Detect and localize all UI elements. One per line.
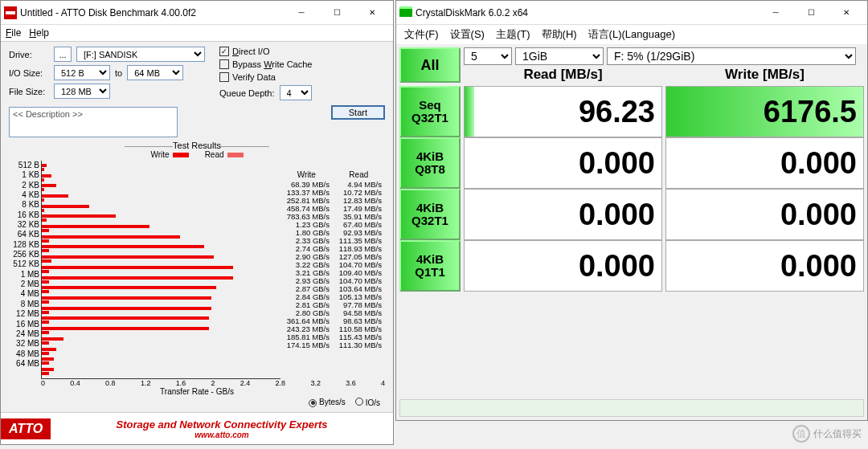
cdm-drive-select[interactable]: F: 5% (1/29GiB)	[607, 47, 856, 65]
atto-logo: ATTO	[1, 418, 51, 439]
x-tick: 3.2	[310, 379, 321, 387]
filesize-label: File Size:	[9, 87, 49, 96]
io-to-select[interactable]: 64 MB	[127, 65, 183, 80]
drive-select[interactable]: [F:] SANDISK	[76, 47, 205, 62]
y-tick: 128 KB	[9, 240, 39, 249]
bar-row	[42, 337, 280, 345]
atto-slogan[interactable]: Storage and Network Connectivity Experts…	[51, 418, 393, 439]
bar-row	[42, 184, 280, 191]
y-tick: 8 MB	[9, 300, 39, 308]
io-radio[interactable]: IO/s	[355, 398, 380, 407]
x-tick: 1.2	[141, 379, 151, 387]
svg-rect-2	[399, 9, 412, 17]
cdm-size-select[interactable]: 1GiB	[515, 47, 604, 65]
y-tick: 2 KB	[9, 181, 39, 190]
x-tick: 2	[211, 379, 215, 387]
cdm-menu-language[interactable]: 语言(L)(Language)	[588, 27, 675, 42]
maximize-button[interactable]: ☐	[319, 2, 354, 24]
x-tick: 0.8	[105, 379, 116, 387]
bar-row	[42, 286, 280, 293]
cdm-all-button[interactable]: All	[399, 47, 461, 83]
cdm-menu-file[interactable]: 文件(F)	[404, 27, 439, 42]
y-tick: 4 KB	[9, 190, 39, 199]
y-tick: 24 MB	[9, 329, 39, 338]
cdm-test-row: SeqQ32T1 96.23 6176.5	[399, 86, 864, 137]
directio-label: Direct I/O	[232, 47, 269, 56]
cdm-test-row: 4KiBQ1T1 0.000 0.000	[399, 240, 864, 292]
close-button[interactable]: ✕	[354, 2, 390, 24]
verify-checkbox[interactable]	[219, 72, 229, 82]
cdm-test-button-2[interactable]: 4KiBQ32T1	[399, 189, 461, 240]
bar-row	[42, 225, 280, 232]
x-tick: 4	[381, 379, 385, 387]
filesize-select[interactable]: 128 MB	[54, 84, 110, 99]
cdm-status-bar	[399, 399, 864, 417]
menu-help[interactable]: Help	[29, 27, 49, 39]
x-tick: 3.6	[346, 379, 356, 387]
cdm-menu-settings[interactable]: 设置(S)	[450, 27, 485, 42]
description-field[interactable]: << Description >>	[9, 107, 178, 137]
cdm-read-value-0: 96.23	[464, 86, 662, 137]
legend-write-swatch	[173, 153, 189, 157]
drive-label: Drive:	[9, 50, 49, 59]
qdepth-select[interactable]: 4	[280, 85, 312, 100]
results-table: WriteRead 68.39 MB/s4.94 MB/s133.37 MB/s…	[280, 161, 385, 379]
directio-checkbox[interactable]: ✓	[219, 47, 229, 56]
x-tick: 2.8	[276, 379, 286, 387]
atto-titlebar[interactable]: Untitled - ATTO Disk Benchmark 4.00.0f2 …	[1, 1, 393, 25]
cdm-read-value-1: 0.000	[464, 137, 662, 189]
atto-window: Untitled - ATTO Disk Benchmark 4.00.0f2 …	[0, 0, 394, 445]
cdm-read-header: Read [MB/s]	[464, 67, 662, 83]
bypass-checkbox[interactable]	[219, 59, 229, 69]
y-tick: 48 MB	[9, 349, 39, 358]
cdm-test-button-0[interactable]: SeqQ32T1	[399, 86, 461, 137]
cdm-titlebar[interactable]: CrystalDiskMark 6.0.2 x64 ─ ☐ ✕	[396, 1, 867, 25]
minimize-button[interactable]: ─	[284, 2, 319, 24]
bar-row	[42, 266, 280, 273]
cdm-read-value-2: 0.000	[464, 189, 662, 240]
bytes-radio[interactable]: Bytes/s	[309, 398, 346, 407]
cdm-test-row: 4KiBQ32T1 0.000 0.000	[399, 189, 864, 240]
verify-label: Verify Data	[232, 72, 276, 82]
cdm-close-button[interactable]: ✕	[829, 2, 864, 24]
qdepth-label: Queue Depth:	[219, 88, 275, 98]
cdm-test-button-3[interactable]: 4KiBQ1T1	[399, 240, 461, 292]
cdm-menu-theme[interactable]: 主题(T)	[496, 27, 530, 42]
start-button[interactable]: Start	[331, 105, 385, 120]
cdm-count-select[interactable]: 5	[464, 47, 512, 65]
cdm-test-button-1[interactable]: 4KiBQ8T8	[399, 137, 461, 189]
atto-app-icon	[4, 6, 17, 19]
bar-row	[42, 164, 280, 171]
bar-row	[42, 174, 280, 182]
bar-row	[42, 368, 280, 375]
y-tick: 16 KB	[9, 210, 39, 219]
bar-row	[42, 235, 280, 243]
io-from-select[interactable]: 512 B	[54, 65, 110, 80]
menu-file[interactable]: File	[6, 27, 21, 39]
cdm-write-header: Write [MB/s]	[665, 67, 864, 83]
x-tick: 2.4	[240, 379, 251, 387]
cdm-minimize-button[interactable]: ─	[758, 2, 793, 24]
cdm-test-row: 4KiBQ8T8 0.000 0.000	[399, 137, 864, 189]
atto-footer: ATTO Storage and Network Connectivity Ex…	[1, 412, 393, 444]
y-tick: 1 KB	[9, 170, 39, 179]
y-tick: 12 MB	[9, 309, 39, 318]
y-tick: 2 MB	[9, 280, 39, 288]
bar-row	[42, 327, 280, 334]
cdm-menu-help[interactable]: 帮助(H)	[542, 27, 577, 42]
cdm-write-value-1: 0.000	[665, 137, 864, 189]
y-tick: 512 KB	[9, 259, 39, 268]
bar-row	[42, 245, 280, 252]
cdm-window: CrystalDiskMark 6.0.2 x64 ─ ☐ ✕ 文件(F) 设置…	[395, 0, 868, 421]
svg-rect-1	[6, 11, 15, 14]
results-area: 512 B1 KB2 KB4 KB8 KB16 KB32 KB64 KB128 …	[9, 161, 385, 379]
bar-row	[42, 194, 280, 202]
bar-row	[42, 276, 280, 284]
y-tick: 64 MB	[9, 359, 39, 368]
y-tick: 32 MB	[9, 339, 39, 348]
cdm-maximize-button[interactable]: ☐	[793, 2, 829, 24]
x-tick: 0	[41, 379, 45, 387]
x-tick: 0.4	[70, 379, 80, 387]
drive-browse-button[interactable]: ...	[54, 47, 72, 62]
atto-menubar: File Help	[1, 25, 393, 41]
